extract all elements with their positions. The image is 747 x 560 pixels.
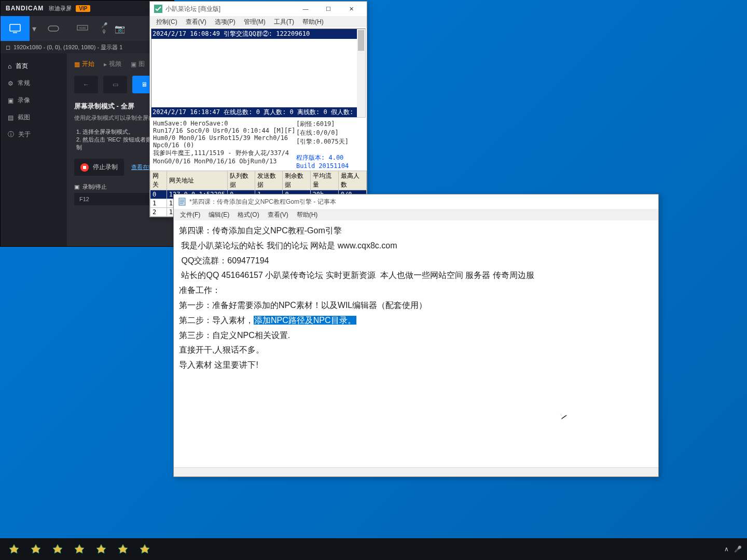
text-line: 第二步：导入素材，添加NPC路径及NPC目录。	[179, 313, 653, 328]
taskbar: ∧ 🎤	[0, 538, 747, 560]
nav-back-button[interactable]: ←	[74, 76, 98, 93]
gsrv-stats: HumSave:0 HeroSave:0 Run17/16 Soc0/0 Usr…	[150, 119, 367, 171]
notepad-window: *第四课：传奇添加自定义NPC教程Gom引擎 - 记事本 文件(F) 编辑(E)…	[173, 194, 659, 477]
menu-help[interactable]: 帮助(H)	[293, 209, 322, 220]
mode-screen-button[interactable]	[1, 16, 30, 41]
text-line: 我是小趴菜论坛的站长 我们的论坛 网站是 www.cqx8c.com	[179, 239, 653, 254]
hdmi-icon: HDMI	[77, 25, 88, 32]
npad-title: *第四课：传奇添加自定义NPC教程Gom引擎 - 记事本	[189, 198, 336, 206]
menu-view[interactable]: 查看(V)	[182, 17, 211, 27]
monitor-icon	[9, 24, 21, 33]
menu-help[interactable]: 帮助(H)	[298, 17, 328, 27]
col-gateway[interactable]: 网关	[150, 171, 167, 190]
col-queue[interactable]: 队列数据	[228, 171, 255, 190]
gsrv-log-scrollbar[interactable]	[357, 29, 365, 117]
selected-text: 添加NPC路径及NPC目录。	[254, 316, 356, 325]
taskbar-item[interactable]	[25, 538, 47, 560]
vip-badge: VIP	[76, 5, 90, 12]
svg-rect-5	[10, 24, 20, 31]
menu-edit[interactable]: 编辑(E)	[204, 209, 233, 220]
stat-line: Run17/16 Soc0/0 Usr0/16 0:10:44 [M][F]	[153, 127, 296, 134]
sidebar-item-general[interactable]: ⚙常规	[1, 75, 67, 92]
stop-label: 停止录制	[93, 163, 118, 172]
mic-down-icon: 🎙	[102, 29, 107, 35]
text-line: 站长的QQ 451646157 小趴菜传奇论坛 实时更新资源 本人也做一些网站空…	[179, 268, 653, 283]
gsrv-log[interactable]: 2024/2/17 16:08:49 引擎交流QQ群②: 122209610 2…	[151, 29, 366, 118]
gear-icon: ⚙	[8, 80, 13, 87]
text-line: 第四课：传奇添加自定义NPC教程-Gom引擎	[179, 223, 653, 239]
mode-device-button[interactable]: HDMI	[68, 16, 97, 41]
monitor-icon: 🖥	[141, 81, 147, 88]
sidebar-item-label: 关于	[18, 130, 31, 139]
menu-control[interactable]: 控制(C)	[152, 17, 182, 27]
sidebar-item-video[interactable]: ▣录像	[1, 92, 67, 109]
tray-mic-icon[interactable]: 🎤	[734, 545, 742, 553]
menu-view[interactable]: 查看(V)	[264, 209, 293, 220]
gsrv-titlebar[interactable]: 小趴菜论坛 [商业版] — ☐ ✕	[150, 2, 367, 16]
arrow-left-icon: ←	[83, 81, 89, 88]
tab-image[interactable]: ▣ 图	[131, 60, 145, 68]
text-line: 第三步：自定义NPC相关设置.	[179, 328, 653, 343]
mode-bar: ▾ HDMI 🎤 🎙 📷 00 0 by	[1, 16, 174, 41]
log-line-top: 2024/2/17 16:08:49 引擎交流QQ群②: 122209610	[151, 29, 365, 39]
svg-rect-7	[48, 26, 59, 31]
table-cell: 1	[150, 199, 167, 208]
col-max[interactable]: 最高人数	[338, 171, 366, 190]
menu-manage[interactable]: 管理(M)	[240, 17, 270, 27]
menu-file[interactable]: 文件(F)	[176, 209, 204, 220]
col-addr[interactable]: 网关地址	[167, 171, 227, 190]
taskbar-item[interactable]	[47, 538, 68, 560]
scrollbar-thumb[interactable]	[358, 30, 364, 51]
video-icon: ▣	[8, 97, 13, 104]
stat-right: [引擎:0.0075天]	[296, 137, 364, 146]
table-cell: 2	[150, 208, 167, 217]
col-avg[interactable]: 平均流量	[310, 171, 338, 190]
bcam-titlebar[interactable]: BANDICAM 班迪录屏 VIP	[1, 1, 174, 16]
stat-line: HumSave:0 HeroSave:0	[153, 120, 296, 127]
gsrv-title: 小趴菜论坛 [商业版]	[165, 5, 220, 13]
menu-tools[interactable]: 工具(T)	[270, 17, 298, 27]
gsrv-app-icon	[154, 5, 162, 13]
tab-video[interactable]: ▸ 视频	[104, 60, 121, 68]
col-remain[interactable]: 剩余数据	[283, 171, 310, 190]
sidebar-item-label: 首页	[16, 62, 28, 71]
maximize-button[interactable]: ☐	[317, 2, 340, 16]
notepad-icon	[178, 198, 186, 206]
taskbar-item[interactable]	[90, 538, 112, 560]
menu-options[interactable]: 选项(P)	[211, 17, 240, 27]
taskbar-item[interactable]	[112, 538, 134, 560]
mode-mic-button[interactable]: 🎤 🎙	[97, 16, 112, 41]
taskbar-item[interactable]	[134, 538, 156, 560]
stat-right: [在线:0/0/0]	[296, 129, 364, 137]
stop-record-button[interactable]: 停止录制	[74, 159, 124, 176]
text-line: 导入素材 这里要讲下!	[179, 358, 653, 373]
menu-format[interactable]: 格式(O)	[233, 209, 263, 220]
sidebar-item-about[interactable]: ⓘ关于	[1, 126, 67, 143]
bcam-sidebar: ⌂首页 ⚙常规 ▣录像 ▤截图 ⓘ关于 BANDICUT ↗	[1, 53, 67, 246]
npad-menubar: 文件(F) 编辑(E) 格式(O) 查看(V) 帮助(H)	[174, 209, 658, 220]
sidebar-item-home[interactable]: ⌂首页	[1, 58, 67, 75]
bandicam-window: BANDICAM 班迪录屏 VIP ▾ HDMI 🎤 🎙 📷 00 0 by ◻…	[0, 0, 174, 247]
info-icon: ⓘ	[8, 130, 14, 139]
stat-line: Hum0/0 Mon0/16 UsrRot15/39 Merch0/16 Npc…	[153, 134, 296, 149]
npad-hscrollbar[interactable]	[174, 467, 658, 477]
close-button[interactable]: ✕	[340, 2, 363, 16]
gamepad-icon	[48, 24, 59, 33]
tray-chevron-icon[interactable]: ∧	[724, 545, 729, 553]
taskbar-item[interactable]	[68, 538, 90, 560]
rectangle-icon: ▭	[113, 81, 118, 88]
minimize-button[interactable]: —	[294, 2, 317, 16]
sidebar-item-image[interactable]: ▤截图	[1, 109, 67, 126]
mode-rect-button[interactable]: ▭	[103, 76, 127, 93]
capture-region-info[interactable]: ◻ 1920x1080 - (0, 0), (1920, 1080) - 显示器…	[1, 41, 174, 53]
tab-start[interactable]: ▦ 开始	[74, 60, 94, 68]
npad-textarea[interactable]: 第四课：传奇添加自定义NPC教程-Gom引擎 我是小趴菜论坛的站长 我们的论坛 …	[174, 220, 658, 463]
mode-game-button[interactable]	[39, 16, 68, 41]
bandicam-brand-cn: 班迪录屏	[49, 5, 72, 12]
npad-titlebar[interactable]: *第四课：传奇添加自定义NPC教程Gom引擎 - 记事本	[174, 194, 658, 209]
mode-webcam-button[interactable]: 📷	[112, 16, 128, 41]
taskbar-item[interactable]	[3, 538, 25, 560]
system-tray: ∧ 🎤	[724, 545, 744, 553]
col-send[interactable]: 发送数据	[255, 171, 283, 190]
mode-screen-dropdown[interactable]: ▾	[30, 16, 39, 41]
